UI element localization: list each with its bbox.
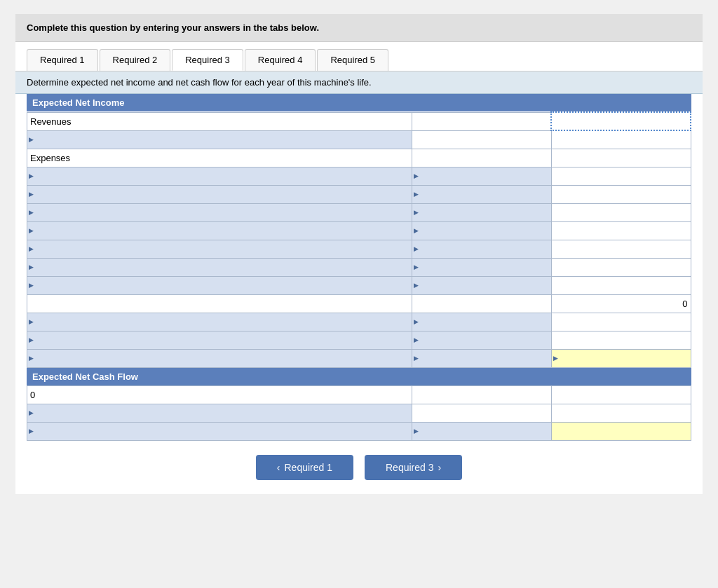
cash-mid-1 bbox=[412, 404, 552, 422]
expense-right-6 bbox=[551, 258, 691, 276]
main-content: Expected Net Income Revenues Expenses bbox=[15, 94, 703, 494]
expense-input-4[interactable] bbox=[27, 221, 412, 240]
tab-required-4[interactable]: Required 4 bbox=[245, 49, 316, 71]
result-mid-1[interactable] bbox=[412, 313, 551, 331]
expense-input-7[interactable] bbox=[27, 276, 412, 294]
expense-input-6[interactable] bbox=[27, 258, 412, 276]
result-row-1 bbox=[27, 313, 691, 331]
expense-row-4 bbox=[27, 221, 691, 240]
result-row-2 bbox=[27, 331, 691, 349]
revenues-row: Revenues bbox=[27, 112, 691, 130]
expense-row-5 bbox=[27, 240, 691, 258]
expense-row-1 bbox=[27, 167, 691, 185]
cash-right-1 bbox=[552, 404, 691, 422]
next-button[interactable]: Required 3 › bbox=[365, 455, 462, 480]
expense-input-5[interactable] bbox=[27, 240, 412, 258]
cash-input-1[interactable] bbox=[27, 404, 412, 422]
cash-flow-table: 0 bbox=[27, 385, 691, 441]
total-label bbox=[27, 294, 412, 313]
expense-mid-2[interactable] bbox=[412, 185, 551, 203]
expense-mid-3[interactable] bbox=[412, 203, 551, 221]
next-button-label: Required 3 bbox=[386, 462, 434, 473]
expense-input-1[interactable] bbox=[27, 167, 412, 185]
cash-mid-2[interactable] bbox=[412, 422, 552, 440]
revenue-input[interactable] bbox=[30, 131, 409, 149]
expenses-mid bbox=[412, 149, 551, 167]
expense-mid-6[interactable] bbox=[412, 258, 551, 276]
expense-mid-5[interactable] bbox=[412, 240, 551, 258]
expense-right-7 bbox=[551, 276, 691, 294]
description-bar: Determine expected net income and net ca… bbox=[15, 71, 703, 94]
result-mid-2[interactable] bbox=[412, 331, 551, 349]
expense-mid-1[interactable] bbox=[412, 167, 551, 185]
net-income-table: Revenues Expenses bbox=[27, 111, 691, 368]
description-text: Determine expected net income and net ca… bbox=[27, 77, 372, 88]
expense-row-3 bbox=[27, 203, 691, 221]
instruction-bar: Complete this question by entering your … bbox=[15, 14, 703, 42]
expense-right-1 bbox=[551, 167, 691, 185]
cash-zero-mid bbox=[412, 385, 552, 404]
cash-row-1 bbox=[27, 404, 691, 422]
result-input-1[interactable] bbox=[27, 313, 412, 331]
tabs-bar: Required 1 Required 2 Required 3 Require… bbox=[15, 42, 703, 71]
expense-right-2 bbox=[551, 185, 691, 203]
prev-button-label: Required 1 bbox=[285, 462, 333, 473]
cash-zero-right bbox=[552, 385, 691, 404]
revenues-right-dotted bbox=[551, 112, 691, 130]
prev-button[interactable]: ‹ Required 1 bbox=[256, 455, 353, 480]
net-cash-flow-header: Expected Net Cash Flow bbox=[27, 368, 691, 385]
expense-row-6 bbox=[27, 258, 691, 276]
net-income-header: Expected Net Income bbox=[27, 94, 691, 111]
cash-right-yellow bbox=[552, 422, 691, 440]
tab-required-5[interactable]: Required 5 bbox=[317, 49, 388, 71]
result-right-yellow[interactable] bbox=[551, 349, 691, 367]
cash-input-2[interactable] bbox=[27, 422, 412, 440]
expense-row-2 bbox=[27, 185, 691, 203]
result-row-3 bbox=[27, 349, 691, 367]
expense-right-5 bbox=[551, 240, 691, 258]
revenue-input-row bbox=[27, 130, 691, 149]
expense-row-7 bbox=[27, 276, 691, 294]
expense-mid-4[interactable] bbox=[412, 221, 551, 240]
tab-required-1[interactable]: Required 1 bbox=[27, 49, 98, 71]
total-mid bbox=[412, 294, 551, 313]
expenses-label: Expenses bbox=[27, 149, 412, 167]
revenues-label: Revenues bbox=[27, 112, 412, 130]
cash-zero-label: 0 bbox=[27, 385, 412, 404]
expense-input-2[interactable] bbox=[27, 185, 412, 203]
total-value: 0 bbox=[551, 294, 691, 313]
expenses-row: Expenses bbox=[27, 149, 691, 167]
next-chevron-icon: › bbox=[438, 462, 442, 473]
result-mid-3[interactable] bbox=[412, 349, 551, 367]
expense-input-3[interactable] bbox=[27, 203, 412, 221]
cash-row-2 bbox=[27, 422, 691, 440]
result-right-2 bbox=[551, 331, 691, 349]
result-right-1 bbox=[551, 313, 691, 331]
instruction-text: Complete this question by entering your … bbox=[27, 22, 319, 33]
tab-required-2[interactable]: Required 2 bbox=[100, 49, 171, 71]
expense-mid-7[interactable] bbox=[412, 276, 551, 294]
cash-row-0: 0 bbox=[27, 385, 691, 404]
result-input-2[interactable] bbox=[27, 331, 412, 349]
prev-chevron-icon: ‹ bbox=[277, 462, 280, 473]
result-input-3[interactable] bbox=[27, 349, 412, 367]
nav-buttons: ‹ Required 1 Required 3 › bbox=[27, 455, 691, 480]
expenses-right bbox=[551, 149, 691, 167]
revenue-right bbox=[551, 130, 691, 149]
revenues-mid-cell bbox=[412, 112, 551, 130]
total-expenses-row: 0 bbox=[27, 294, 691, 313]
revenue-mid bbox=[412, 130, 551, 149]
expense-right-3 bbox=[551, 203, 691, 221]
revenue-input-label[interactable] bbox=[27, 130, 412, 149]
tab-required-3[interactable]: Required 3 bbox=[172, 49, 243, 71]
expense-right-4 bbox=[551, 221, 691, 240]
